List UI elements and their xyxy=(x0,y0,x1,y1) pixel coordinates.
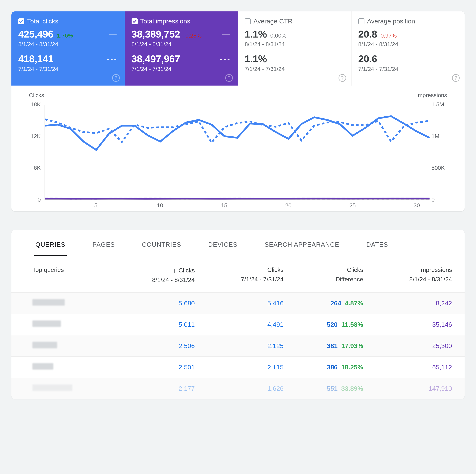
dimensions-card: QUERIESPAGESCOUNTRIESDEVICESSEARCH APPEA… xyxy=(11,230,465,399)
table-row[interactable]: 2,506 2,125 381 17.93% 25,300 xyxy=(11,335,465,356)
performance-card: Total clicks 425,496 1.76% — 8/1/24 - 8/… xyxy=(11,11,465,211)
metric-dates-current: 8/1/24 - 8/31/24 xyxy=(18,41,118,47)
tab-devices[interactable]: DEVICES xyxy=(207,238,238,256)
y-left-tick: 12K xyxy=(20,133,41,140)
cell-clicks-diff: 520 11.58% xyxy=(296,314,376,335)
tab-countries[interactable]: COUNTRIES xyxy=(141,238,182,256)
queries-table: Top queries ↓Clicks8/1/24 - 8/31/24 Clic… xyxy=(11,256,465,399)
metric-label: Total clicks xyxy=(27,18,58,25)
y-axis-left-title: Clicks xyxy=(29,92,44,99)
metric-dates-current: 8/1/24 - 8/31/24 xyxy=(358,41,458,47)
checkbox-icon[interactable] xyxy=(18,18,24,24)
metric-label: Average CTR xyxy=(254,18,292,25)
metric-dates-compare: 7/1/24 - 7/31/24 xyxy=(18,66,118,72)
cell-impressions: 25,300 xyxy=(376,335,465,356)
chart-series xyxy=(45,119,429,142)
tab-search appearance[interactable]: SEARCH APPEARANCE xyxy=(263,238,340,256)
help-icon[interactable]: ? xyxy=(452,74,460,82)
y-axis-right-title: Impressions xyxy=(416,92,447,99)
chart-series xyxy=(45,116,429,150)
cell-clicks-current: 2,177 xyxy=(119,378,207,399)
tab-queries[interactable]: QUERIES xyxy=(34,238,67,256)
cell-clicks-compare: 1,626 xyxy=(207,378,296,399)
query-text-redacted xyxy=(32,299,65,306)
legend-swatch-solid: — xyxy=(109,30,118,38)
table-row[interactable]: 5,011 4,491 520 11.58% 35,146 xyxy=(11,314,465,335)
metric-impr[interactable]: Total impressions 38,389,752 -0.28% — 8/… xyxy=(125,11,238,86)
metric-ctr[interactable]: Average CTR 1.1% 0.00% 8/1/24 - 8/31/24 … xyxy=(238,11,352,86)
y-right-tick: 500K xyxy=(431,165,456,171)
metric-value-compare: 38,497,967 xyxy=(132,53,180,65)
x-tick: 15 xyxy=(221,202,227,209)
metric-card-row: Total clicks 425,496 1.76% — 8/1/24 - 8/… xyxy=(11,11,465,86)
help-icon[interactable]: ? xyxy=(112,74,120,82)
legend-swatch-dashed: --- xyxy=(220,55,231,63)
y-left-tick: 18K xyxy=(20,101,41,108)
checkbox-icon[interactable] xyxy=(358,18,364,24)
x-tick: 10 xyxy=(157,202,163,209)
tab-bar: QUERIESPAGESCOUNTRIESDEVICESSEARCH APPEA… xyxy=(11,230,465,256)
table-row[interactable]: 2,177 1,626 551 33.89% 147,910 xyxy=(11,378,465,399)
metric-label: Total impressions xyxy=(140,18,190,25)
cell-clicks-diff: 381 17.93% xyxy=(296,335,376,356)
help-icon[interactable]: ? xyxy=(339,74,346,82)
y-right-tick: 1M xyxy=(431,133,456,140)
metric-delta: 1.76% xyxy=(57,32,73,39)
metric-value-current: 1.1% xyxy=(245,28,267,40)
table-row[interactable]: 5,680 5,416 264 4.87% 8,242 xyxy=(11,292,465,314)
metric-dates-current: 8/1/24 - 8/31/24 xyxy=(245,41,344,47)
query-text-redacted xyxy=(32,385,72,391)
col-clicks-compare[interactable]: Clicks7/1/24 - 7/31/24 xyxy=(207,256,296,292)
metric-delta: -0.28% xyxy=(184,32,202,39)
cell-clicks-current: 2,501 xyxy=(119,356,207,378)
metric-dates-compare: 7/1/24 - 7/31/24 xyxy=(132,66,231,72)
x-tick: 20 xyxy=(285,202,291,209)
cell-clicks-compare: 5,416 xyxy=(207,292,296,314)
metric-pos[interactable]: Average position 20.8 0.97% 8/1/24 - 8/3… xyxy=(352,11,465,86)
y-left-tick: 0 xyxy=(20,196,41,203)
cell-impressions: 65,112 xyxy=(376,356,465,378)
cell-impressions: 8,242 xyxy=(376,292,465,314)
legend-swatch-dashed: --- xyxy=(107,55,118,63)
query-text-redacted xyxy=(32,342,57,348)
cell-clicks-current: 5,680 xyxy=(119,292,207,314)
query-text-redacted xyxy=(32,363,53,369)
cell-clicks-compare: 2,115 xyxy=(207,356,296,378)
cell-clicks-diff: 551 33.89% xyxy=(296,378,376,399)
cell-clicks-diff: 264 4.87% xyxy=(296,292,376,314)
y-left-tick: 6K xyxy=(20,165,41,171)
checkbox-icon[interactable] xyxy=(132,18,138,24)
cell-clicks-diff: 386 18.25% xyxy=(296,356,376,378)
query-text-redacted xyxy=(32,320,61,327)
cell-clicks-current: 5,011 xyxy=(119,314,207,335)
x-tick: 5 xyxy=(94,202,98,209)
col-clicks-current[interactable]: ↓Clicks8/1/24 - 8/31/24 xyxy=(119,256,207,292)
metric-dates-compare: 7/1/24 - 7/31/24 xyxy=(358,66,458,72)
metric-delta: 0.97% xyxy=(381,32,397,39)
col-clicks-diff[interactable]: ClicksDifference xyxy=(296,256,376,292)
help-icon[interactable]: ? xyxy=(225,74,233,82)
col-impressions[interactable]: Impressions8/1/24 - 8/31/24 xyxy=(376,256,465,292)
table-row[interactable]: 2,501 2,115 386 18.25% 65,112 xyxy=(11,356,465,378)
tab-dates[interactable]: DATES xyxy=(365,238,389,256)
metric-value-current: 425,496 xyxy=(18,28,53,40)
y-right-tick: 0 xyxy=(431,196,456,203)
legend-swatch-solid: — xyxy=(222,30,231,38)
metric-value-current: 20.8 xyxy=(358,28,377,40)
cell-clicks-current: 2,506 xyxy=(119,335,207,356)
col-query[interactable]: Top queries xyxy=(11,256,119,292)
x-tick: 25 xyxy=(349,202,356,209)
y-right-tick: 1.5M xyxy=(431,101,456,108)
chart-plot[interactable]: 51015202530 18K12K6K01.5M1M500K0 xyxy=(20,105,456,200)
metric-dates-current: 8/1/24 - 8/31/24 xyxy=(132,41,231,47)
metric-delta: 0.00% xyxy=(270,32,287,39)
checkbox-icon[interactable] xyxy=(245,18,251,24)
metric-value-compare: 1.1% xyxy=(245,53,267,65)
chart-area: Clicks Impressions 51015202530 18K12K6K0… xyxy=(11,86,465,211)
tab-pages[interactable]: PAGES xyxy=(91,238,116,256)
cell-impressions: 147,910 xyxy=(376,378,465,399)
cell-clicks-compare: 4,491 xyxy=(207,314,296,335)
x-tick: 30 xyxy=(414,202,420,209)
metric-clicks[interactable]: Total clicks 425,496 1.76% — 8/1/24 - 8/… xyxy=(11,11,125,86)
metric-value-current: 38,389,752 xyxy=(132,28,180,40)
